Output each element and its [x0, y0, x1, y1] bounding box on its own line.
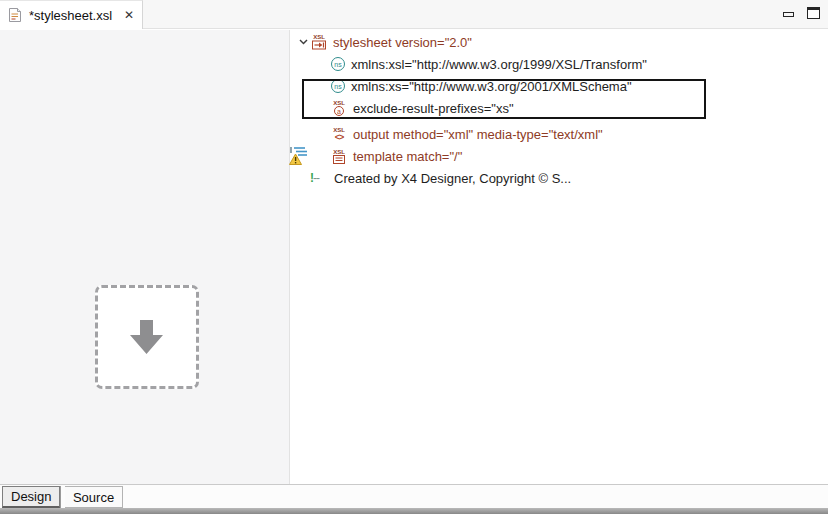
- tree-row-xmlns-xsl[interactable]: ns xmlns:xsl="http://www.w3.org/1999/XSL…: [291, 53, 828, 75]
- tree-row-label: xmlns:xsl="http://www.w3.org/1999/XSL/Tr…: [351, 57, 647, 72]
- xsl-template-icon: XSL: [331, 149, 347, 164]
- tree-row-xmlns-xs[interactable]: ns xmlns:xs="http://www.w3.org/2001/XMLS…: [291, 75, 828, 97]
- drop-arrow-icon: [123, 313, 171, 361]
- editor-tab-bar: *stylesheet.xsl ✕: [0, 0, 828, 29]
- tree-row-label: stylesheet version="2.0": [333, 35, 472, 50]
- tree-row-template[interactable]: XSL template match="/": [291, 145, 828, 167]
- design-canvas: [0, 30, 290, 484]
- tab-close-icon[interactable]: ✕: [124, 8, 134, 22]
- xsl-file-icon: [7, 7, 23, 23]
- xsl-tree: XSL stylesheet version="2.0" ns xmlns:xs…: [291, 30, 828, 189]
- minimize-icon[interactable]: [783, 12, 794, 17]
- maximize-icon[interactable]: [807, 7, 820, 19]
- tree-row-label: template match="/": [353, 149, 462, 164]
- tree-row-exclude-result-prefixes[interactable]: XSL a exclude-result-prefixes="xs": [291, 97, 828, 119]
- namespace-icon: ns: [331, 79, 345, 93]
- tree-row-stylesheet[interactable]: XSL stylesheet version="2.0": [291, 31, 828, 53]
- tab-title: *stylesheet.xsl: [29, 8, 112, 23]
- tree-row-output[interactable]: XSL <> output method="xml" media-type="t…: [291, 123, 828, 145]
- tree-row-label: exclude-result-prefixes="xs": [353, 101, 514, 116]
- chevron-down-icon[interactable]: [296, 39, 311, 45]
- warning-marker-icon: [289, 145, 309, 166]
- xsl-stylesheet-icon: XSL: [311, 34, 327, 50]
- tree-row-label: xmlns:xs="http://www.w3.org/2001/XMLSche…: [351, 79, 632, 94]
- view-switch-bar: Design Source: [0, 484, 828, 508]
- tab-design[interactable]: Design: [2, 486, 60, 508]
- xsl-outline-panel: XSL stylesheet version="2.0" ns xmlns:xs…: [291, 30, 828, 484]
- tree-row-comment[interactable]: !-- Created by X4 Designer, Copyright © …: [291, 167, 828, 189]
- tab-stylesheet-xsl[interactable]: *stylesheet.xsl ✕: [0, 0, 143, 29]
- comment-icon: !--: [310, 171, 328, 185]
- tree-row-label: Created by X4 Designer, Copyright © S...: [334, 171, 571, 186]
- tab-source[interactable]: Source: [65, 486, 123, 508]
- window-bottom-trim: [0, 508, 828, 514]
- namespace-icon: ns: [331, 57, 345, 71]
- xsl-attribute-icon: XSL a: [331, 100, 347, 116]
- drop-target[interactable]: [95, 285, 199, 389]
- xsl-output-icon: XSL <>: [331, 127, 347, 141]
- tree-row-label: output method="xml" media-type="text/xml…: [353, 127, 603, 142]
